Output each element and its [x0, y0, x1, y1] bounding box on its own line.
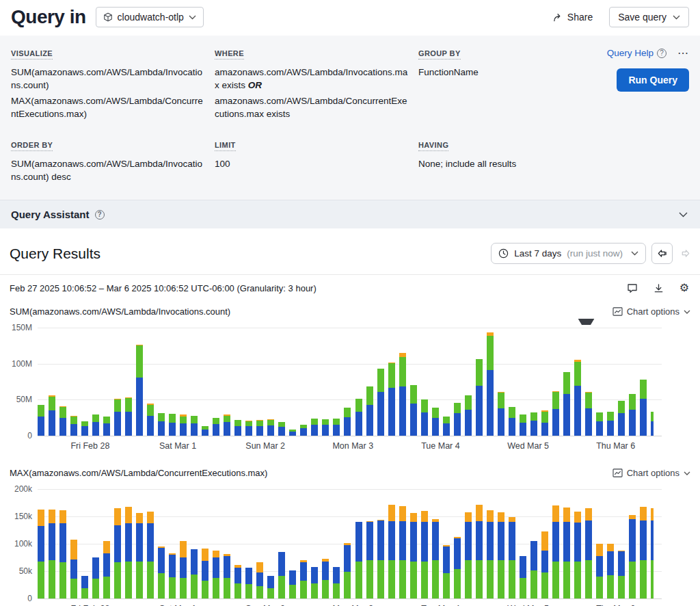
- chevron-down-icon[interactable]: [679, 212, 688, 218]
- stacked-bar[interactable]: [202, 489, 208, 598]
- download-icon[interactable]: [654, 283, 664, 293]
- stacked-bar[interactable]: [59, 489, 66, 598]
- dataset-picker[interactable]: cloudwatch-otlp: [96, 7, 204, 27]
- stacked-bar[interactable]: [618, 328, 625, 436]
- query-assistant-bar[interactable]: Query Assistant ?: [0, 200, 700, 228]
- stacked-bar[interactable]: [81, 489, 88, 598]
- query-clause[interactable]: FunctionName: [418, 66, 555, 79]
- stacked-bar[interactable]: [92, 328, 99, 436]
- stacked-bar[interactable]: [574, 489, 581, 598]
- query-help-link[interactable]: Query Help ?: [607, 48, 667, 58]
- query-clause[interactable]: SUM(amazonaws.com/AWS/Lambda/Invocations…: [11, 66, 205, 92]
- stacked-bar[interactable]: [333, 328, 340, 436]
- stacked-bar[interactable]: [202, 328, 208, 436]
- stacked-bar[interactable]: [70, 489, 77, 598]
- where-clause-box[interactable]: WHERE amazonaws.com/AWS/Lambda/Invocatio…: [215, 47, 418, 123]
- stacked-bar[interactable]: [487, 328, 494, 436]
- stacked-bar[interactable]: [596, 489, 603, 598]
- stacked-bar[interactable]: [487, 489, 494, 598]
- stacked-bar[interactable]: [530, 489, 537, 598]
- having-clause-box[interactable]: HAVING None; include all results: [418, 138, 565, 186]
- stacked-bar[interactable]: [59, 328, 66, 436]
- stacked-bar[interactable]: [114, 328, 121, 436]
- chart2-options-button[interactable]: Chart options: [612, 468, 690, 478]
- stacked-bar[interactable]: [49, 489, 55, 598]
- stacked-bar[interactable]: [520, 328, 526, 436]
- stacked-bar[interactable]: [169, 328, 176, 436]
- stacked-bar[interactable]: [81, 328, 88, 436]
- stacked-bar[interactable]: [191, 489, 198, 598]
- stacked-bar[interactable]: [607, 489, 614, 598]
- stacked-bar[interactable]: [454, 489, 461, 598]
- stacked-bar[interactable]: [278, 489, 285, 598]
- query-clause[interactable]: 100: [215, 157, 409, 170]
- order-by-clause-box[interactable]: ORDER BY SUM(amazonaws.com/AWS/Lambda/In…: [11, 138, 215, 186]
- stacked-bar[interactable]: [618, 489, 625, 598]
- stacked-bar[interactable]: [421, 328, 428, 436]
- stacked-bar[interactable]: [311, 489, 318, 598]
- stacked-bar[interactable]: [125, 489, 132, 598]
- stacked-bar[interactable]: [607, 328, 614, 436]
- stacked-bar[interactable]: [520, 489, 526, 598]
- stacked-bar[interactable]: [410, 489, 417, 598]
- stacked-bar[interactable]: [585, 328, 592, 436]
- stacked-bar[interactable]: [234, 328, 241, 436]
- stacked-bar[interactable]: [432, 328, 439, 436]
- stacked-bar[interactable]: [498, 328, 504, 436]
- stacked-bar[interactable]: [114, 489, 121, 598]
- stacked-bar[interactable]: [541, 489, 548, 598]
- stacked-bar[interactable]: [256, 489, 263, 598]
- previous-query-button[interactable]: [651, 243, 673, 264]
- stacked-bar[interactable]: [213, 489, 219, 598]
- stacked-bar[interactable]: [147, 328, 154, 436]
- stacked-bar[interactable]: [410, 328, 417, 436]
- trigger-marker[interactable]: [577, 319, 595, 325]
- stacked-bar[interactable]: [158, 489, 165, 598]
- stacked-bar[interactable]: [49, 328, 55, 436]
- stacked-bar[interactable]: [585, 489, 592, 598]
- stacked-bar[interactable]: [278, 328, 285, 436]
- stacked-bar[interactable]: [574, 328, 581, 436]
- stacked-bar[interactable]: [629, 489, 636, 598]
- stacked-bar[interactable]: [530, 328, 537, 436]
- stacked-bar[interactable]: [289, 489, 296, 598]
- stacked-bar[interactable]: [224, 489, 230, 598]
- visualize-clause-box[interactable]: VISUALIZE SUM(amazonaws.com/AWS/Lambda/I…: [11, 47, 215, 123]
- query-clause[interactable]: MAX(amazonaws.com/AWS/Lambda/ConcurrentE…: [11, 94, 205, 120]
- query-clause[interactable]: None; include all results: [418, 157, 555, 170]
- stacked-bar[interactable]: [388, 328, 395, 436]
- query-clause[interactable]: amazonaws.com/AWS/Lambda/ConcurrentExecu…: [215, 94, 409, 120]
- stacked-bar[interactable]: [322, 489, 329, 598]
- stacked-bar[interactable]: [322, 328, 329, 436]
- stacked-bar[interactable]: [38, 328, 44, 436]
- stacked-bar[interactable]: [224, 328, 230, 436]
- stacked-bar[interactable]: [300, 489, 307, 598]
- save-query-button[interactable]: Save query: [609, 7, 689, 27]
- stacked-bar[interactable]: [651, 489, 654, 598]
- time-range-dropdown[interactable]: Last 7 days (run just now): [491, 243, 646, 264]
- stacked-bar[interactable]: [399, 489, 406, 598]
- stacked-bar[interactable]: [344, 328, 351, 436]
- stacked-bar[interactable]: [596, 328, 603, 436]
- share-button[interactable]: Share: [553, 12, 593, 23]
- stacked-bar[interactable]: [640, 328, 647, 436]
- stacked-bar[interactable]: [552, 489, 559, 598]
- stacked-bar[interactable]: [333, 489, 340, 598]
- stacked-bar[interactable]: [651, 328, 654, 436]
- stacked-bar[interactable]: [147, 489, 154, 598]
- stacked-bar[interactable]: [103, 328, 110, 436]
- stacked-bar[interactable]: [158, 328, 165, 436]
- stacked-bar[interactable]: [103, 489, 110, 598]
- stacked-bar[interactable]: [443, 489, 450, 598]
- stacked-bar[interactable]: [38, 489, 44, 598]
- stacked-bar[interactable]: [541, 328, 548, 436]
- stacked-bar[interactable]: [355, 328, 362, 436]
- stacked-bar[interactable]: [498, 489, 504, 598]
- query-clause[interactable]: SUM(amazonaws.com/AWS/Lambda/Invocations…: [11, 157, 205, 183]
- limit-clause-box[interactable]: LIMIT 100: [215, 138, 418, 186]
- stacked-bar[interactable]: [70, 328, 77, 436]
- stacked-bar[interactable]: [388, 489, 395, 598]
- stacked-bar[interactable]: [267, 489, 274, 598]
- stacked-bar[interactable]: [421, 489, 428, 598]
- stacked-bar[interactable]: [245, 489, 252, 598]
